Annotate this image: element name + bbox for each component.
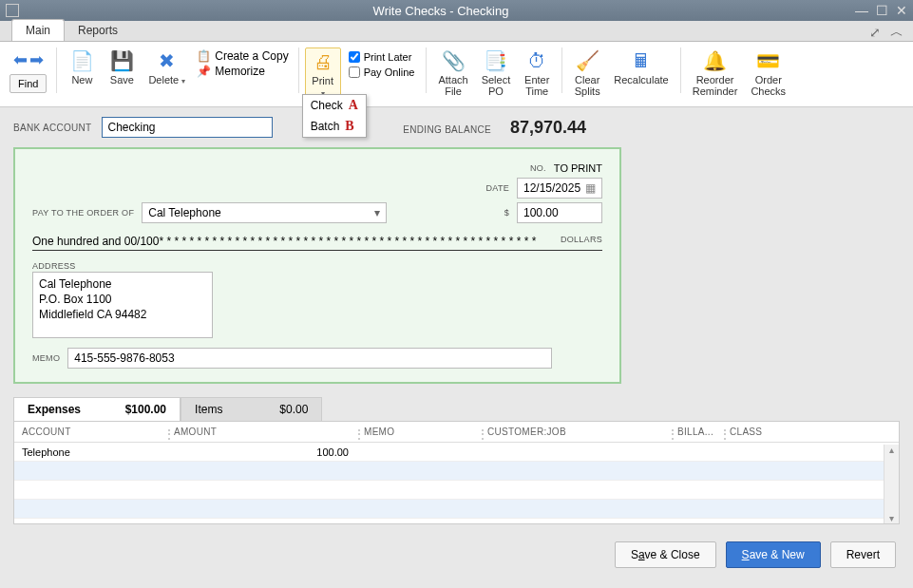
save-icon: 💾: [108, 49, 135, 72]
table-scrollbar[interactable]: ▴ ▾: [884, 445, 899, 523]
nav-group: ⬅ ➡ Find: [6, 47, 50, 95]
minimize-button[interactable]: —: [855, 3, 868, 18]
toolbar: ⬅ ➡ Find 📄 New 💾 Save ✖ Delete ▾ 📋 Creat…: [0, 42, 913, 107]
col-account[interactable]: ACCOUNT: [14, 422, 166, 443]
expenses-total: $100.00: [109, 403, 166, 416]
scroll-down-icon[interactable]: ▾: [884, 513, 899, 523]
next-arrow-icon[interactable]: ➡: [29, 49, 44, 70]
print-icon: 🖨: [310, 50, 336, 73]
print-dropdown-menu: Check A Batch B: [302, 94, 367, 138]
calendar-icon[interactable]: ▦: [585, 181, 596, 195]
revert-button[interactable]: Revert: [830, 541, 896, 568]
close-button[interactable]: ✕: [896, 3, 907, 18]
items-total: $0.00: [251, 403, 308, 416]
print-button[interactable]: 🖨 Print▾ Check A Batch B: [305, 47, 341, 103]
annotation-b: B: [345, 119, 353, 134]
subtab-items[interactable]: Items $0.00: [181, 397, 322, 421]
tab-main[interactable]: Main: [11, 19, 65, 41]
memorize-button[interactable]: 📌 Memorize: [197, 65, 288, 78]
amount-in-words: One hundred and 00/100* * * * * * * * * …: [32, 235, 555, 248]
delete-icon: ✖: [154, 49, 181, 72]
recalculate-button[interactable]: 🖩 Recalculate: [608, 47, 674, 87]
print-menu-check[interactable]: Check A: [303, 95, 366, 116]
table-row[interactable]: [14, 500, 899, 519]
amount-field[interactable]: 100.00: [517, 202, 602, 223]
bank-account-field[interactable]: Checking: [102, 117, 273, 138]
new-button[interactable]: 📄 New: [63, 47, 101, 87]
prev-arrow-icon[interactable]: ⬅: [13, 49, 28, 70]
address-field[interactable]: Cal Telephone P.O. Box 1100 Middlefield …: [32, 272, 213, 338]
col-class[interactable]: CLASS: [722, 422, 899, 443]
dollar-label: $: [504, 208, 509, 218]
col-memo[interactable]: MEMO: [356, 422, 480, 443]
print-menu-batch[interactable]: Batch B: [303, 116, 366, 137]
calculator-icon: 🖩: [628, 49, 655, 72]
payee-field[interactable]: Cal Telephone ▾: [142, 202, 387, 223]
date-field[interactable]: 12/15/2025 ▦: [517, 178, 602, 199]
bank-account-label: BANK ACCOUNT: [13, 123, 92, 133]
collapse-ribbon-icon[interactable]: ︿: [890, 24, 903, 41]
save-close-button[interactable]: Save & Close: [615, 541, 716, 568]
copy-icon: 📋: [197, 49, 211, 63]
clear-splits-button[interactable]: 🧹 Clear Splits: [568, 47, 606, 99]
table-row[interactable]: [14, 481, 899, 500]
col-amount[interactable]: AMOUNT: [166, 422, 356, 443]
clock-icon: ⏱: [523, 49, 550, 72]
col-billable[interactable]: BILLA...: [670, 422, 722, 443]
check-no-value: TO PRINT: [554, 162, 602, 174]
tab-reports[interactable]: Reports: [65, 20, 131, 41]
col-customer[interactable]: CUSTOMER:JOB: [480, 422, 670, 443]
table-row[interactable]: Telephone 100.00: [14, 443, 899, 462]
dropdown-icon[interactable]: ▾: [374, 206, 380, 219]
detail-subtabs: Expenses $100.00 Items $0.00: [13, 397, 900, 422]
pay-online-checkbox[interactable]: Pay Online: [349, 66, 415, 78]
attach-file-button[interactable]: 📎 Attach File: [432, 47, 473, 99]
table-row[interactable]: [14, 462, 899, 481]
save-button[interactable]: 💾 Save: [103, 47, 141, 87]
print-later-checkbox[interactable]: Print Later: [349, 51, 415, 63]
reorder-reminder-button[interactable]: 🔔 Reorder Reminder: [687, 47, 744, 99]
create-copy-button[interactable]: 📋 Create a Copy: [197, 49, 288, 63]
subtab-expenses[interactable]: Expenses $100.00: [13, 397, 181, 421]
new-icon: 📄: [68, 49, 95, 72]
delete-button[interactable]: ✖ Delete ▾: [143, 47, 191, 89]
select-po-button[interactable]: 📑 Select PO: [476, 47, 517, 99]
memorize-icon: 📌: [197, 65, 211, 78]
scroll-up-icon[interactable]: ▴: [884, 445, 899, 455]
save-new-button[interactable]: Save & New: [726, 541, 821, 568]
po-icon: 📑: [483, 49, 509, 72]
check-panel: NO. TO PRINT DATE 12/15/2025 ▦ PAY TO TH…: [13, 147, 621, 384]
memo-label: MEMO: [32, 353, 60, 363]
attach-icon: 📎: [440, 49, 466, 72]
system-menu-icon[interactable]: [6, 4, 19, 17]
date-label: DATE: [485, 183, 509, 193]
expenses-table: ACCOUNT AMOUNT MEMO CUSTOMER:JOB BILLA..…: [13, 422, 900, 524]
window-title: Write Checks - Checking: [27, 4, 855, 18]
check-no-label: NO.: [530, 163, 546, 173]
order-checks-button[interactable]: 💳 Order Checks: [745, 47, 791, 99]
title-bar: Write Checks - Checking — ☐ ✕: [0, 0, 913, 21]
reminder-icon: 🔔: [702, 49, 729, 72]
ending-balance-label: ENDING BALANCE: [403, 124, 491, 135]
find-button[interactable]: Find: [10, 74, 47, 93]
maximize-button[interactable]: ☐: [876, 3, 888, 18]
bank-account-row: BANK ACCOUNT Checking ENDING BALANCE 87,…: [0, 107, 913, 147]
ending-balance-value: 87,970.44: [510, 118, 586, 138]
footer-buttons: Save & Close Save & New Revert: [0, 524, 913, 576]
enter-time-button[interactable]: ⏱ Enter Time: [518, 47, 556, 99]
address-label: ADDRESS: [32, 261, 76, 271]
clear-icon: 🧹: [574, 49, 600, 72]
expand-icon[interactable]: ⤢: [869, 25, 881, 40]
dollars-label: DOLLARS: [561, 235, 602, 248]
order-checks-icon: 💳: [755, 49, 782, 72]
memo-field[interactable]: 415-555-9876-8053: [67, 348, 552, 369]
annotation-a: A: [349, 98, 358, 113]
pay-to-label: PAY TO THE ORDER OF: [32, 208, 134, 218]
ribbon-tabs: Main Reports ⤢ ︿: [0, 21, 913, 42]
